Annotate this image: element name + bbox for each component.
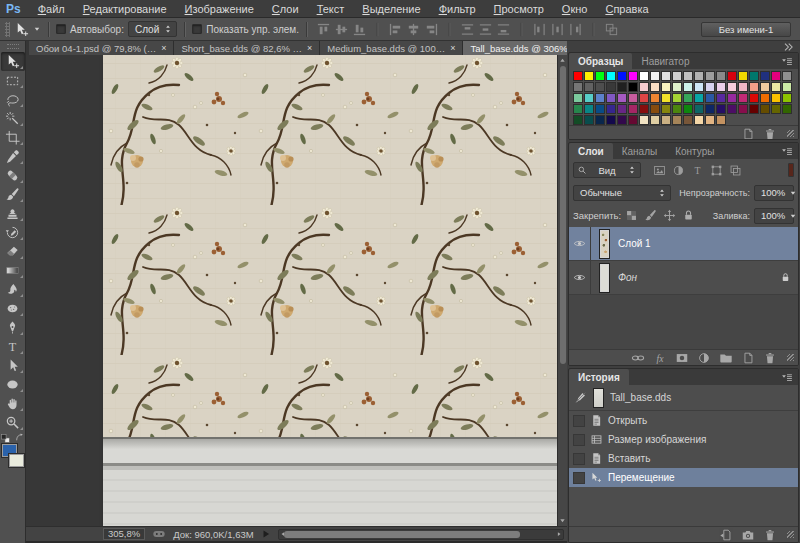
menu-item[interactable]: Изображение	[176, 1, 263, 17]
align-right-icon[interactable]	[424, 22, 439, 37]
move-small-icon[interactable]	[663, 209, 676, 222]
autoselect-checkbox[interactable]	[56, 24, 66, 34]
color-swatch[interactable]	[661, 93, 671, 103]
history-brush-source-well[interactable]	[573, 453, 585, 465]
color-swatch[interactable]	[705, 71, 715, 81]
tool-button[interactable]	[1, 394, 25, 413]
shape-filter-icon[interactable]	[710, 164, 723, 177]
options-bar-grip[interactable]	[5, 22, 10, 37]
checker-icon[interactable]	[625, 209, 638, 222]
tool-button[interactable]	[1, 299, 25, 318]
color-swatch[interactable]	[617, 82, 627, 92]
color-swatch[interactable]	[617, 104, 627, 114]
close-icon[interactable]: ×	[307, 43, 312, 53]
mask-icon[interactable]	[675, 351, 689, 365]
align-hcenter-icon[interactable]	[406, 22, 421, 37]
tool-preset-dropdown-icon[interactable]	[33, 25, 41, 33]
tool-button[interactable]	[1, 318, 25, 337]
tool-button[interactable]	[1, 109, 25, 128]
color-swatch[interactable]	[573, 115, 583, 125]
separator[interactable]	[514, 22, 529, 37]
color-swatch[interactable]	[584, 82, 594, 92]
color-swatch[interactable]	[628, 104, 638, 114]
distribute-top-icon[interactable]	[460, 22, 475, 37]
color-swatch[interactable]	[683, 93, 693, 103]
trash-icon[interactable]	[763, 351, 777, 365]
color-swatch[interactable]	[782, 82, 792, 92]
color-swatch[interactable]	[694, 104, 704, 114]
align-bottom-icon[interactable]	[352, 22, 367, 37]
brush-small-icon[interactable]	[644, 209, 657, 222]
default-colors-icon[interactable]	[1, 434, 10, 443]
color-swatch[interactable]	[661, 82, 671, 92]
color-swatch[interactable]	[573, 82, 583, 92]
color-swatch[interactable]	[727, 104, 737, 114]
menu-item[interactable]: Окно	[553, 1, 597, 17]
color-swatch[interactable]	[628, 71, 638, 81]
color-swatch[interactable]	[683, 82, 693, 92]
menu-item[interactable]: Слои	[263, 1, 308, 17]
color-swatch[interactable]	[672, 93, 682, 103]
horizontal-scrollbar[interactable]	[278, 529, 564, 540]
camera-icon[interactable]	[741, 528, 755, 542]
background-color-swatch[interactable]	[9, 454, 24, 467]
tool-button[interactable]	[1, 280, 25, 299]
color-swatch[interactable]	[760, 71, 770, 81]
color-swatch[interactable]	[716, 115, 726, 125]
color-swatch[interactable]	[672, 71, 682, 81]
color-swatch[interactable]	[716, 104, 726, 114]
color-swatch[interactable]	[672, 82, 682, 92]
history-state[interactable]: Вставить	[569, 449, 798, 468]
status-options-arrow[interactable]	[261, 529, 271, 539]
distribute-bottom-icon[interactable]	[496, 22, 511, 37]
menu-item[interactable]: Просмотр	[485, 1, 553, 17]
scroll-right-icon[interactable]	[556, 531, 562, 537]
separator[interactable]	[586, 22, 601, 37]
fill-select[interactable]: 100%	[754, 208, 794, 224]
blend-mode-select[interactable]: Обычные	[573, 185, 671, 201]
color-swatch[interactable]	[749, 104, 759, 114]
color-swatch[interactable]	[639, 115, 649, 125]
color-swatch[interactable]	[584, 71, 594, 81]
history-state[interactable]: Размер изображения	[569, 430, 798, 449]
distribute-right-icon[interactable]	[568, 22, 583, 37]
folder-icon[interactable]	[719, 351, 733, 365]
color-swatch[interactable]	[738, 71, 748, 81]
auto-align-icon[interactable]	[604, 22, 619, 37]
color-swatch[interactable]	[694, 82, 704, 92]
color-swatch[interactable]	[738, 82, 748, 92]
close-icon[interactable]: ×	[161, 43, 166, 53]
color-swatch[interactable]	[672, 104, 682, 114]
tool-button[interactable]	[1, 223, 25, 242]
tool-button[interactable]	[1, 71, 25, 90]
workspace-switcher-button[interactable]: Без имени-1	[701, 22, 791, 37]
menu-item[interactable]: Файл	[29, 1, 74, 17]
color-swatch[interactable]	[617, 71, 627, 81]
color-swatch[interactable]	[683, 115, 693, 125]
tool-button[interactable]: T	[1, 337, 25, 356]
status-icon[interactable]	[152, 527, 166, 541]
color-swatch[interactable]	[595, 93, 605, 103]
tool-button[interactable]	[1, 147, 25, 166]
tools-panel-grip[interactable]	[7, 44, 19, 49]
color-swatch[interactable]	[705, 93, 715, 103]
adjustment-icon[interactable]	[672, 164, 685, 177]
color-swatch[interactable]	[716, 71, 726, 81]
color-swatch[interactable]	[694, 93, 704, 103]
document-tab[interactable]: Medium_base.dds @ 100… ×	[320, 41, 463, 55]
trash-icon[interactable]	[763, 528, 777, 542]
distribute-left-icon[interactable]	[532, 22, 547, 37]
menu-item[interactable]: Выделение	[353, 1, 429, 17]
collapse-panels-icon[interactable]	[782, 41, 794, 53]
new-doc-icon[interactable]	[719, 528, 733, 542]
color-swatch[interactable]	[650, 93, 660, 103]
menu-item[interactable]: Справка	[596, 1, 657, 17]
color-swatch[interactable]	[606, 104, 616, 114]
panel-tab[interactable]: История	[569, 369, 629, 385]
smart-filter-icon[interactable]	[729, 164, 742, 177]
color-swatch[interactable]	[584, 115, 594, 125]
color-swatch[interactable]	[749, 71, 759, 81]
show-transform-controls-checkbox[interactable]	[192, 24, 202, 34]
color-swatch[interactable]	[595, 115, 605, 125]
color-swatch[interactable]	[760, 93, 770, 103]
